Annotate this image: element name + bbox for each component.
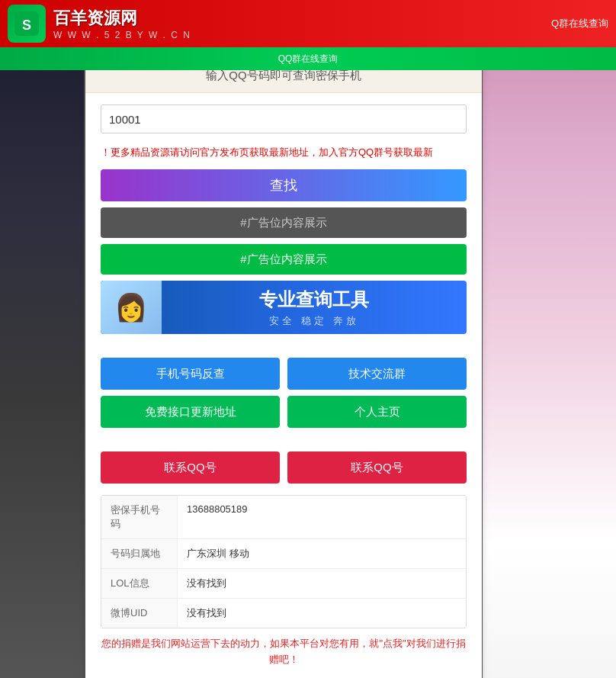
header-qq: Q群在线查询 — [551, 17, 608, 31]
label-location: 号码归属地 — [101, 539, 178, 568]
table-row: LOL信息 没有找到 — [101, 569, 466, 599]
table-row: 密保手机号码 13688805189 — [101, 496, 466, 539]
btn-row-1: 手机号码反查 技术交流群 — [101, 358, 467, 390]
banner-girl-icon: 👩 — [114, 292, 148, 323]
result-table: 密保手机号码 13688805189 号码归属地 广东深圳 移动 LOL信息 没… — [101, 495, 467, 628]
header: S 百羊资源网 W W W . 5 2 B Y W . C N Q群在线查询 — [0, 0, 616, 47]
ad-button-green[interactable]: #广告位内容展示 — [101, 244, 467, 275]
table-row: 号码归属地 广东深圳 移动 — [101, 539, 466, 569]
divider-1 — [85, 340, 482, 352]
label-phone: 密保手机号码 — [101, 496, 178, 538]
qq-input[interactable] — [101, 104, 467, 133]
donation-text: 您的捐赠是我们网站运营下去的动力，如果本平台对您有用，就"点我"对我们进行捐赠吧… — [101, 636, 467, 668]
banner: 👩 专业查询工具 安全 稳定 奔放 — [101, 281, 467, 334]
personal-homepage-button[interactable]: 个人主页 — [287, 396, 467, 428]
table-row: 微博UID 没有找到 — [101, 599, 466, 628]
banner-subtitle: 安全 稳定 奔放 — [162, 314, 467, 328]
contact-qq-button-right[interactable]: 联系QQ号 — [287, 451, 467, 484]
label-weibo: 微博UID — [101, 599, 178, 628]
banner-text-area: 专业查询工具 安全 稳定 奔放 — [162, 288, 467, 328]
notice-text: ！更多精品资源请访问官方发布页获取最新地址，加入官方QQ群号获取最新 — [101, 146, 433, 158]
site-url: W W W . 5 2 B Y W . C N — [53, 30, 551, 40]
input-section — [85, 93, 482, 141]
bg-right — [483, 0, 616, 678]
tech-group-button[interactable]: 技术交流群 — [287, 358, 467, 390]
value-phone: 13688805189 — [178, 496, 466, 538]
site-logo: S — [8, 5, 46, 43]
btn-row-3: 联系QQ号 联系QQ号 — [101, 451, 467, 484]
ad-button-dark[interactable]: #广告位内容展示 — [101, 207, 467, 238]
divider-2 — [85, 434, 482, 445]
contact-qq-button-left[interactable]: 联系QQ号 — [101, 451, 280, 484]
main-card: 输入QQ号码即可查询密保手机 ！更多精品资源请访问官方发布页获取最新地址，加入官… — [85, 59, 482, 678]
free-api-button[interactable]: 免费接口更新地址 — [101, 396, 280, 428]
site-title: 百羊资源网 — [53, 7, 551, 30]
banner-title: 专业查询工具 — [162, 288, 467, 312]
value-location: 广东深圳 移动 — [178, 539, 466, 568]
value-lol: 没有找到 — [178, 569, 466, 598]
sub-header-text: QQ群在线查询 — [278, 53, 338, 66]
label-lol: LOL信息 — [101, 569, 178, 598]
svg-text:S: S — [22, 18, 31, 33]
value-weibo: 没有找到 — [178, 599, 466, 628]
phone-lookup-button[interactable]: 手机号码反查 — [101, 358, 280, 390]
bg-left — [0, 0, 84, 678]
banner-illustration: 👩 — [101, 281, 162, 334]
btn-row-2: 免费接口更新地址 个人主页 — [101, 396, 467, 428]
search-button[interactable]: 查找 — [101, 169, 467, 201]
header-text-area: 百羊资源网 W W W . 5 2 B Y W . C N — [53, 7, 551, 40]
card-header-text: 输入QQ号码即可查询密保手机 — [206, 69, 361, 82]
sub-header: QQ群在线查询 — [0, 47, 616, 70]
notice-bar: ！更多精品资源请访问官方发布页获取最新地址，加入官方QQ群号获取最新 — [85, 141, 482, 163]
